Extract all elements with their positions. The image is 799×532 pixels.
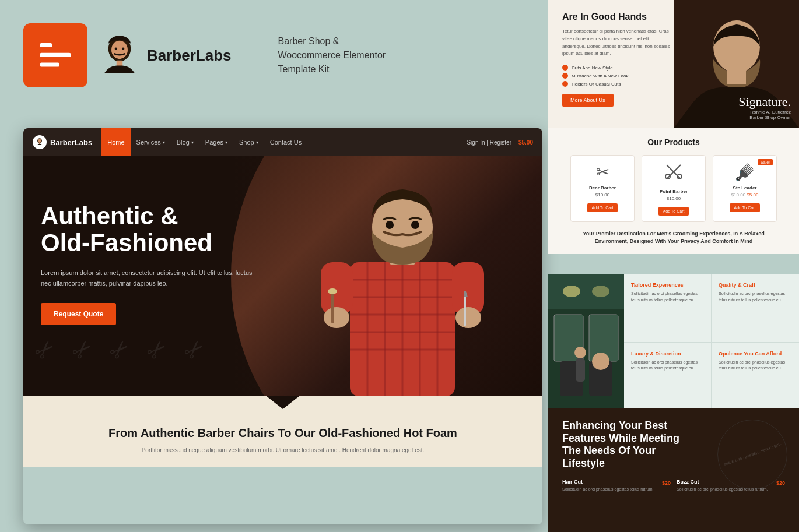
- desc-line2: Woocommerce Elementor: [278, 48, 386, 62]
- svg-point-28: [324, 307, 349, 328]
- nav-brand-icon: [33, 135, 47, 149]
- svg-point-48: [592, 353, 609, 370]
- nav-shop[interactable]: Shop ▾: [233, 128, 264, 156]
- nav-blog[interactable]: Blog ▾: [171, 128, 199, 156]
- scissor-icon-5: ✂: [178, 333, 211, 367]
- feature-title-2: Quality & Craft: [719, 282, 792, 288]
- scissor-icon-2: ✂: [66, 333, 99, 367]
- svg-point-6: [122, 47, 124, 50]
- check-dot-1: [562, 65, 568, 71]
- service-name-1: Hair Cut: [562, 479, 583, 485]
- features-grid: Tailored Experiences Sollicitudin ac orc…: [624, 274, 799, 410]
- nav-contact[interactable]: Contact Us: [264, 128, 307, 156]
- check-label-1: Cuts And New Style: [572, 65, 613, 71]
- right-panel-products: Our Products ✂ Dear Barber $19.00 Add To…: [548, 128, 799, 254]
- svg-point-32: [328, 288, 337, 294]
- feature-tailored: Tailored Experiences Sollicitudin ac orc…: [624, 274, 712, 343]
- feature-title-4: Opulence You Can Afford: [719, 351, 792, 357]
- barber-shop-scene: [548, 274, 624, 410]
- product-icon-scissors-1: ✂: [577, 163, 628, 182]
- decorative-circle: SINCE 1985 · BARBER · SINCE 1985 ·: [717, 420, 787, 489]
- nav-services[interactable]: Services ▾: [131, 128, 171, 156]
- scissor-icon-4: ✂: [141, 333, 174, 367]
- hero-triangle-icon: [267, 396, 299, 409]
- hero-triangle-wrapper: [23, 396, 542, 409]
- product-price-3: $10.00 $5.00: [719, 192, 770, 198]
- feature-title-3: Luxury & Discretion: [631, 351, 704, 357]
- svg-rect-1: [40, 53, 71, 57]
- hero-title: Authentic & Old-Fashioned: [41, 203, 262, 256]
- right-panel-features: Tailored Experiences Sollicitudin ac orc…: [548, 274, 799, 410]
- right-about-content: Are In Good Hands Tetur consectetur di p…: [548, 0, 686, 118]
- products-grid: ✂ Dear Barber $19.00 Add To Cart Point B…: [560, 155, 787, 222]
- svg-point-49: [574, 347, 586, 358]
- brand-description: Barber Shop & Woocommerce Elementor Temp…: [278, 34, 386, 76]
- right-panel-title: Are In Good Hands: [562, 12, 672, 22]
- hero-cta-button[interactable]: Request Quote: [41, 303, 116, 325]
- right-panel-services: SINCE 1985 · BARBER · SINCE 1985 · Enhan…: [548, 408, 799, 532]
- products-tagline: Your Premier Destination For Men's Groom…: [560, 230, 787, 245]
- product-name-3: Ste Leader: [719, 185, 770, 191]
- products-title: Our Products: [560, 138, 787, 147]
- svg-point-24: [386, 221, 394, 229]
- check-dot-2: [562, 73, 568, 79]
- nav-home[interactable]: Home: [101, 128, 130, 156]
- product-name-2: Point Barber: [648, 189, 699, 194]
- service-price-1: $20: [662, 480, 671, 486]
- product-card-1: ✂ Dear Barber $19.00 Add To Cart: [570, 155, 635, 222]
- signature-role: Barber Shop Owner: [738, 115, 791, 120]
- signature-name: Ronnie A. Gutierrez: [738, 110, 791, 115]
- nav-brand-label: BarberLabs: [50, 138, 92, 147]
- service-desc-2: Sollicitudin ac orci phasellus egestas t…: [677, 487, 785, 493]
- product-icon-scissors-2: [648, 163, 699, 185]
- services-tagline: Enhancing Your Best Features While Meeti…: [562, 420, 685, 470]
- scissor-icon-3: ✂: [103, 333, 136, 367]
- nav-account[interactable]: Sign In | Register: [467, 139, 511, 146]
- circle-text: SINCE 1985 · BARBER · SINCE 1985 ·: [723, 442, 782, 466]
- feature-text-1: Sollicitudin ac orci phasellus egestas t…: [631, 291, 704, 303]
- brand-logo: BarberLabs: [99, 32, 232, 79]
- more-about-us-button[interactable]: More About Us: [562, 94, 614, 107]
- svg-rect-0: [40, 43, 52, 47]
- brand-name: BarberLabs: [147, 47, 232, 65]
- product-card-3: 🪮 Ste Leader $10.00 $5.00 Add To Cart: [713, 155, 777, 222]
- elementor-icon: [23, 23, 87, 87]
- svg-point-4: [111, 41, 128, 59]
- main-mockup: BarberLabs Home Services ▾ Blog ▾ Pages …: [23, 128, 542, 524]
- product-icon-comb: 🪮: [719, 163, 770, 182]
- svg-point-5: [115, 47, 117, 50]
- svg-point-41: [563, 286, 580, 297]
- add-to-cart-btn-1[interactable]: Add To Cart: [587, 203, 618, 212]
- product-price-1: $19.00: [577, 192, 628, 198]
- service-desc-1: Sollicitudin ac orci phasellus egestas t…: [562, 487, 671, 493]
- svg-rect-26: [321, 262, 353, 315]
- svg-rect-27: [452, 262, 484, 315]
- barber-head-icon: [99, 32, 140, 79]
- below-hero-section: From Authentic Barber Chairs To Our Old-…: [23, 409, 542, 467]
- check-item-3: Holders Or Casual Cuts: [562, 81, 672, 87]
- features-barber-shop-image: [548, 274, 624, 410]
- svg-rect-50: [576, 358, 585, 382]
- svg-point-25: [411, 221, 419, 229]
- nav-cart[interactable]: $5.00: [518, 139, 533, 146]
- nav-pages[interactable]: Pages ▾: [199, 128, 233, 156]
- feature-text-2: Sollicitudin ac orci phasellus egestas t…: [719, 291, 792, 303]
- hero-barber-figure: [309, 163, 496, 396]
- check-label-2: Mustache With A New Look: [572, 73, 628, 79]
- add-to-cart-btn-3[interactable]: Add To Cart: [730, 203, 761, 212]
- feature-title-1: Tailored Experiences: [631, 282, 704, 288]
- service-item-1: Hair Cut $20 Sollicitudin ac orci phasel…: [562, 479, 671, 493]
- signature-text: Signature.: [738, 94, 791, 110]
- right-panel-text: Tetur consectetur di porta nibh venenati…: [562, 28, 672, 58]
- svg-rect-2: [40, 63, 59, 67]
- below-hero-subtitle: Portfitor massa id neque aliquam vestibu…: [47, 446, 519, 455]
- desc-line3: Template Kit: [278, 62, 386, 76]
- below-hero-title: From Authentic Barber Chairs To Our Old-…: [47, 427, 519, 440]
- hero-content: Authentic & Old-Fashioned Lorem ipsum do…: [41, 203, 262, 325]
- signature-area: Signature. Ronnie A. Gutierrez Barber Sh…: [738, 94, 791, 120]
- add-to-cart-btn-2[interactable]: Add To Cart: [658, 207, 689, 216]
- hero-section: ✂ ✂ ✂ ✂ ✂: [23, 156, 542, 396]
- product-card-2: Point Barber $10.00 Add To Cart: [642, 155, 706, 222]
- top-branding-area: BarberLabs Barber Shop & Woocommerce Ele…: [23, 23, 386, 87]
- feature-opulence: Opulence You Can Afford Sollicitudin ac …: [712, 343, 799, 411]
